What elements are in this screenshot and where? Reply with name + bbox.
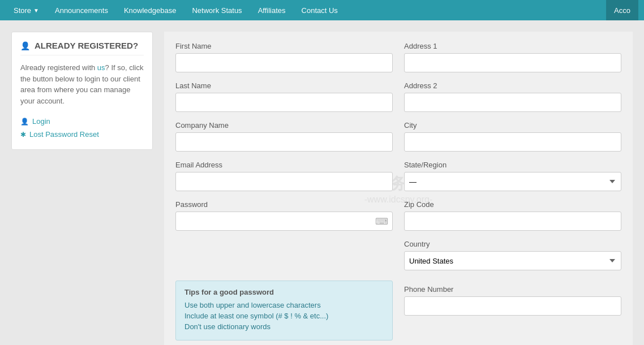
lost-password-link[interactable]: Lost Password Reset: [20, 128, 144, 141]
nav-bar: Store ▼ Announcements Knowledgebase Netw…: [0, 0, 644, 20]
login-person-icon: [20, 117, 29, 126]
phone-field: Phone Number: [398, 281, 627, 345]
email-field: Email Address: [170, 156, 398, 196]
password-field: Password ⌨: [170, 196, 398, 235]
sidebar: ALREADY REGISTERED? Already registered w…: [11, 32, 153, 150]
form-grid: First Name Address 1 Last Name Address 2…: [164, 32, 633, 281]
nav-contact-us[interactable]: Contact Us: [294, 0, 346, 20]
address1-field: Address 1: [398, 37, 627, 77]
state-label: State/Region: [404, 161, 621, 169]
city-input[interactable]: [404, 132, 621, 152]
sidebar-title-text: ALREADY REGISTERED?: [35, 41, 138, 50]
left-bottom-spacer: [170, 235, 398, 275]
last-name-input[interactable]: [175, 93, 393, 112]
first-name-field: First Name: [170, 37, 398, 77]
password-input[interactable]: [175, 212, 393, 231]
nav-account[interactable]: Acco: [606, 0, 638, 20]
state-select[interactable]: —: [404, 172, 621, 191]
tips-item-3: Don't use dictionary words: [184, 322, 384, 331]
password-label: Password: [175, 200, 393, 209]
tips-title: Tips for a good password: [184, 288, 384, 296]
address2-field: Address 2: [398, 77, 627, 117]
phone-input[interactable]: [404, 296, 621, 316]
login-link[interactable]: Login: [20, 115, 144, 128]
zip-label: Zip Code: [404, 200, 621, 209]
registration-form-area: 国外服务器评测 -www.idcspy.org- First Name Addr…: [164, 32, 633, 345]
country-select[interactable]: United States: [404, 251, 621, 270]
store-caret-icon: ▼: [33, 7, 39, 14]
tips-item-2: Include at least one symbol (# $ ! % & e…: [184, 312, 384, 320]
nav-affiliates[interactable]: Affiliates: [250, 0, 294, 20]
last-name-field: Last Name: [170, 77, 398, 117]
nav-knowledgebase[interactable]: Knowledgebase: [116, 0, 184, 20]
address2-label: Address 2: [404, 81, 621, 90]
tips-box: Tips for a good password Use both upper …: [175, 281, 393, 340]
phone-label: Phone Number: [404, 285, 621, 294]
password-wrapper: ⌨: [175, 212, 393, 231]
city-label: City: [404, 121, 621, 130]
sidebar-description: Already registered with us? If so, click…: [20, 62, 144, 106]
address2-input[interactable]: [404, 93, 621, 112]
first-name-input[interactable]: [175, 53, 393, 72]
company-name-field: Company Name: [170, 117, 398, 156]
lost-password-label: Lost Password Reset: [29, 130, 99, 139]
country-field: Country United States: [398, 235, 627, 275]
last-name-label: Last Name: [175, 81, 393, 90]
keyboard-icon[interactable]: ⌨: [375, 216, 388, 227]
address1-input[interactable]: [404, 53, 621, 72]
nav-network-status[interactable]: Network Status: [184, 0, 250, 20]
tips-col: Tips for a good password Use both upper …: [170, 281, 398, 345]
tips-item-1: Use both upper and lowercase characters: [184, 301, 384, 309]
state-field: State/Region —: [398, 156, 627, 196]
nav-store-label: Store: [14, 6, 31, 15]
email-input[interactable]: [175, 172, 393, 191]
address1-label: Address 1: [404, 42, 621, 50]
bottom-section: Tips for a good password Use both upper …: [164, 281, 633, 345]
sidebar-title: ALREADY REGISTERED?: [20, 41, 144, 55]
main-content: ALREADY REGISTERED? Already registered w…: [0, 20, 644, 345]
email-label: Email Address: [175, 161, 393, 169]
login-label: Login: [32, 117, 50, 126]
company-name-label: Company Name: [175, 121, 393, 130]
zip-input[interactable]: [404, 212, 621, 231]
nav-announcements[interactable]: Announcements: [47, 0, 116, 20]
country-label: Country: [404, 240, 621, 248]
zip-field: Zip Code: [398, 196, 627, 235]
lost-password-icon: [20, 130, 26, 139]
person-icon: [20, 41, 30, 50]
company-name-input[interactable]: [175, 132, 393, 152]
first-name-label: First Name: [175, 42, 393, 50]
nav-store[interactable]: Store ▼: [6, 0, 47, 20]
city-field: City: [398, 117, 627, 156]
